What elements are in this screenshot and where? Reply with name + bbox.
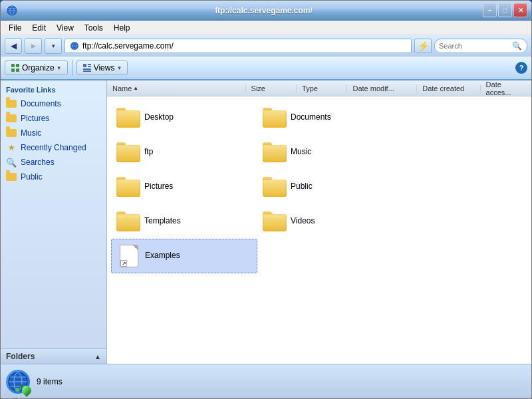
folders-chevron-icon: ▲ <box>94 353 101 360</box>
svg-rect-9 <box>16 64 19 67</box>
sidebar-item-searches[interactable]: 🔍 Searches <box>1 155 106 170</box>
address-bar: ◀ ▶ ▾ ftp://calc.servegame.com/ ⚡ 🔍 <box>1 35 531 57</box>
views-arrow-icon: ▼ <box>116 65 122 71</box>
col-header-modified[interactable]: Date modif... <box>347 84 417 92</box>
music-folder-icon <box>6 128 17 138</box>
folders-header[interactable]: Folders ▲ <box>1 349 106 364</box>
help-button[interactable]: ? <box>515 62 527 74</box>
minimize-button[interactable]: – <box>483 3 497 17</box>
documents-folder-icon-grid <box>263 108 287 128</box>
window-title: ftp://calc.servegame.com/ <box>45 6 483 15</box>
svg-rect-10 <box>11 68 15 72</box>
file-item-desktop[interactable]: Desktop <box>111 100 257 135</box>
status-bar: 9 items <box>1 364 531 398</box>
toolbar-separator <box>72 60 72 76</box>
col-header-type[interactable]: Type <box>297 84 347 92</box>
svg-rect-8 <box>11 64 15 67</box>
svg-rect-12 <box>83 64 86 67</box>
menu-help[interactable]: Help <box>108 22 136 34</box>
ftp-folder-icon <box>116 142 140 162</box>
back-button[interactable]: ◀ <box>5 38 22 54</box>
svg-rect-14 <box>88 66 91 67</box>
col-header-size[interactable]: Size <box>246 84 297 92</box>
views-icon <box>82 63 92 72</box>
sort-arrow-icon: ▲ <box>133 85 138 91</box>
pictures-folder-icon-grid <box>116 177 140 197</box>
templates-folder-icon <box>116 211 140 231</box>
sidebar: Favorite Links Documents Pictures Music <box>1 80 107 364</box>
sidebar-folders-section: Folders ▲ <box>1 348 106 364</box>
address-globe-icon <box>69 41 80 51</box>
sidebar-item-music[interactable]: Music <box>1 126 106 140</box>
file-area: Name ▲ Size Type Date modif... Date crea… <box>107 80 531 364</box>
col-header-created[interactable]: Date created <box>417 84 480 92</box>
address-url: ftp://calc.servegame.com/ <box>82 41 174 51</box>
title-icon <box>5 3 19 18</box>
file-item-pictures[interactable]: Pictures <box>111 170 257 204</box>
go-button[interactable]: ⚡ <box>414 39 432 53</box>
documents-folder-icon <box>6 98 17 109</box>
dropdown-button[interactable]: ▾ <box>45 38 62 54</box>
pictures-folder-icon <box>6 113 17 124</box>
file-item-ftp[interactable]: ftp <box>111 135 257 170</box>
svg-rect-16 <box>83 70 91 72</box>
window-controls: – □ ✕ <box>483 3 527 17</box>
sidebar-item-documents[interactable]: Documents <box>1 96 106 111</box>
sidebar-item-recently-changed[interactable]: ★ Recently Changed <box>1 140 106 155</box>
menu-file[interactable]: File <box>3 22 27 34</box>
videos-folder-icon <box>263 211 287 231</box>
sidebar-item-pictures[interactable]: Pictures <box>1 111 106 126</box>
status-globe-icon <box>6 370 30 394</box>
svg-rect-11 <box>16 68 19 72</box>
search-box: 🔍 <box>434 39 527 53</box>
organize-arrow-icon: ▼ <box>57 65 62 71</box>
sidebar-section-title: Favorite Links <box>1 80 106 96</box>
main-window: ftp://calc.servegame.com/ – □ ✕ File Edi… <box>0 0 532 399</box>
toolbar: Organize ▼ Views ▼ ? <box>1 57 531 80</box>
shortcut-arrow-icon: ↗ <box>120 260 127 267</box>
file-item-music[interactable]: Music <box>257 135 404 170</box>
maximize-button[interactable]: □ <box>498 3 512 17</box>
svg-point-23 <box>15 388 19 392</box>
status-item-count: 9 items <box>37 377 63 386</box>
public-folder-icon <box>6 172 17 182</box>
examples-file-icon: ↗ <box>117 244 141 268</box>
files-grid: Desktop Documents <box>107 96 531 364</box>
menu-bar: File Edit View Tools Help <box>1 21 531 35</box>
sidebar-item-public[interactable]: Public <box>1 170 106 184</box>
views-button[interactable]: Views ▼ <box>76 61 128 75</box>
col-header-accessed[interactable]: Date acces... <box>481 80 531 96</box>
col-header-name[interactable]: Name ▲ <box>107 84 246 92</box>
public-folder-icon-grid <box>263 177 287 197</box>
svg-rect-15 <box>83 68 91 70</box>
menu-tools[interactable]: Tools <box>79 22 108 34</box>
file-item-examples[interactable]: ↗ Examples <box>111 239 257 273</box>
search-icon[interactable]: 🔍 <box>512 41 522 51</box>
search-input[interactable] <box>439 42 512 50</box>
svg-rect-13 <box>88 64 91 65</box>
file-item-public[interactable]: Public <box>257 170 404 204</box>
menu-view[interactable]: View <box>51 22 79 34</box>
column-header: Name ▲ Size Type Date modif... Date crea… <box>107 80 531 96</box>
menu-edit[interactable]: Edit <box>27 22 51 34</box>
recently-changed-icon: ★ <box>6 142 17 153</box>
forward-button[interactable]: ▶ <box>25 38 42 54</box>
file-item-videos[interactable]: Videos <box>257 204 404 239</box>
organize-button[interactable]: Organize ▼ <box>5 61 68 75</box>
close-button[interactable]: ✕ <box>513 3 527 17</box>
desktop-folder-icon <box>116 108 140 128</box>
address-input[interactable]: ftp://calc.servegame.com/ <box>65 39 412 53</box>
searches-icon: 🔍 <box>6 157 17 168</box>
main-area: Favorite Links Documents Pictures Music <box>1 80 531 364</box>
organize-icon <box>11 63 20 72</box>
file-item-templates[interactable]: Templates <box>111 204 257 239</box>
music-folder-icon-grid <box>263 142 287 162</box>
title-bar: ftp://calc.servegame.com/ – □ ✕ <box>1 1 531 21</box>
file-item-documents[interactable]: Documents <box>257 100 404 135</box>
